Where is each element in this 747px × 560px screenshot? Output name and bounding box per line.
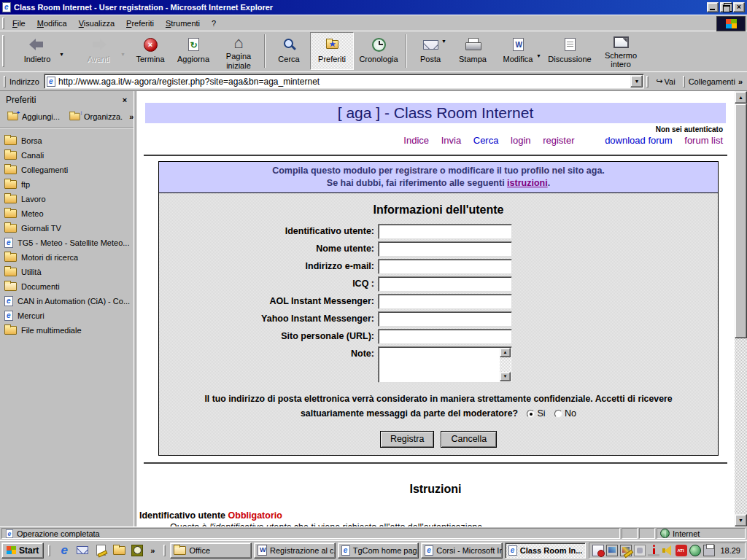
stop-button[interactable]: × Termina — [129, 32, 171, 70]
user-id-input[interactable] — [379, 225, 511, 238]
register-submit-button[interactable]: Registra — [380, 431, 435, 448]
favorite-item[interactable]: CAN in Automation (CiA) - Co... — [4, 294, 132, 308]
back-dropdown-arrow[interactable]: ▼ — [59, 52, 64, 57]
task-button-word[interactable]: Registrazione al c... — [254, 542, 336, 559]
graphics-settings-tray-icon[interactable] — [620, 545, 632, 556]
menu-help[interactable]: ? — [206, 17, 222, 30]
istruzioni-link[interactable]: istruzioni — [507, 178, 548, 188]
user-name-input[interactable] — [379, 242, 511, 256]
microphone-tray-icon[interactable] — [648, 545, 659, 556]
favorite-item[interactable]: Borsa — [4, 133, 132, 148]
home-button[interactable]: Pagina iniziale — [215, 32, 262, 70]
restore-button[interactable] — [720, 2, 732, 12]
favorite-item[interactable]: Canali — [4, 148, 132, 163]
internet-explorer-icon[interactable]: e — [58, 544, 71, 557]
add-favorite-button[interactable]: Aggiungi... — [3, 110, 63, 123]
menu-visualizza[interactable]: Visualizza — [73, 17, 120, 30]
nav-link-indice[interactable]: Indice — [403, 135, 429, 146]
favorite-item[interactable]: File multimediale — [4, 323, 132, 338]
print-button[interactable]: Stampa — [452, 32, 494, 70]
edit-dropdown-arrow[interactable]: ▼ — [536, 53, 541, 58]
addressbar-grip[interactable] — [4, 76, 6, 88]
nav-link-forum-list[interactable]: forum list — [684, 135, 723, 146]
task-scheduler-icon[interactable] — [131, 544, 144, 557]
nav-link-login[interactable]: login — [511, 135, 530, 146]
favorite-item[interactable]: Mercuri — [4, 308, 132, 323]
cancel-reset-button[interactable]: Cancella — [441, 431, 497, 448]
close-button[interactable]: × — [733, 2, 745, 12]
back-button[interactable]: Indietro ▼ — [7, 32, 68, 70]
menu-preferiti[interactable]: Preferiti — [120, 17, 160, 30]
aol-messenger-input[interactable] — [379, 295, 511, 308]
volume-tray-icon[interactable] — [662, 545, 673, 556]
scroll-down-button[interactable]: ▼ — [735, 514, 747, 526]
forward-button[interactable]: Avanti ▼ — [68, 32, 129, 70]
nav-link-register[interactable]: register — [543, 135, 574, 146]
favorite-item[interactable]: Meteo — [4, 206, 132, 221]
website-url-input[interactable] — [379, 330, 511, 343]
textarea-scrollbar[interactable]: ▲ ▼ — [500, 348, 511, 381]
note-textarea[interactable]: ▲ ▼ — [378, 346, 512, 383]
toolbar-grip[interactable] — [2, 35, 4, 67]
scroll-down-button[interactable]: ▼ — [500, 372, 511, 381]
links-toolbar[interactable]: Collegamenti » — [687, 77, 746, 86]
nav-link-invia[interactable]: Invia — [441, 135, 461, 146]
scroll-up-button[interactable]: ▲ — [735, 91, 747, 104]
history-button[interactable]: Cronologia — [354, 32, 403, 70]
organize-favorites-button[interactable]: Organizza. — [65, 110, 126, 123]
mail-dropdown-arrow[interactable]: ▼ — [441, 39, 446, 44]
favorite-item[interactable]: Lavoro — [4, 192, 132, 206]
forward-dropdown-arrow[interactable]: ▼ — [120, 52, 125, 57]
yahoo-messenger-input[interactable] — [379, 312, 511, 326]
print-spooler-tray-icon[interactable] — [703, 545, 715, 556]
consent-no-radio[interactable] — [554, 410, 562, 418]
nav-link-cerca[interactable]: Cerca — [473, 135, 499, 146]
favorites-close-button[interactable]: × — [119, 95, 131, 105]
favorite-item[interactable]: TG5 - Meteo - Satellite Meteo... — [4, 236, 132, 250]
fullscreen-button[interactable]: Schermo intero — [597, 32, 644, 70]
taskbar-grip[interactable] — [163, 545, 166, 556]
mail-button[interactable]: Posta ▼ — [409, 32, 452, 70]
scrollbar-track[interactable] — [735, 338, 747, 514]
network-globe-tray-icon[interactable] — [689, 545, 701, 556]
email-input[interactable] — [379, 260, 511, 273]
favorite-item[interactable]: Motori di ricerca — [4, 250, 132, 265]
go-grip[interactable] — [646, 76, 649, 88]
task-button-office[interactable]: Office — [170, 542, 252, 559]
folder-icon[interactable] — [112, 544, 125, 557]
links-grip[interactable] — [683, 76, 685, 88]
menubar-grip[interactable] — [2, 18, 4, 29]
favorite-item[interactable]: Documenti — [4, 279, 132, 294]
quick-launch-chevron[interactable]: » — [149, 546, 156, 555]
minimize-button[interactable] — [707, 2, 719, 12]
discussion-button[interactable]: Discussione — [542, 32, 597, 70]
address-dropdown-button[interactable]: ▼ — [630, 75, 643, 88]
refresh-button[interactable]: Aggiorna — [171, 32, 215, 70]
favorite-item[interactable]: Utilità — [4, 265, 132, 279]
favorite-item[interactable]: Giornali TV — [4, 221, 132, 236]
edit-button[interactable]: Modifica ▼ — [494, 32, 542, 70]
address-input[interactable] — [58, 76, 627, 88]
menu-modifica[interactable]: Modifica — [31, 17, 73, 30]
scrollbar-thumb[interactable] — [735, 104, 747, 338]
menu-strumenti[interactable]: Strumenti — [160, 17, 206, 30]
search-button[interactable]: Cerca — [268, 32, 310, 70]
ati-tray-icon[interactable] — [676, 545, 687, 556]
favorite-item[interactable]: ftp — [4, 177, 132, 192]
page-scrollbar[interactable]: ▲ ▼ — [735, 91, 747, 526]
outlook-express-icon[interactable] — [76, 544, 89, 557]
scheduler-tray-icon[interactable] — [592, 545, 604, 556]
tablet-tray-icon[interactable] — [634, 545, 646, 556]
scroll-up-button[interactable]: ▲ — [500, 348, 511, 357]
start-button[interactable]: Start — [1, 542, 44, 559]
links-chevron[interactable]: » — [738, 77, 743, 86]
consent-yes-radio[interactable] — [527, 410, 535, 418]
task-button-tgcom[interactable]: TgCom home pag... — [338, 542, 419, 559]
icq-input[interactable] — [379, 277, 511, 291]
desktop-edit-icon[interactable] — [94, 544, 107, 557]
favorites-button[interactable]: Preferiti — [310, 32, 354, 70]
task-button-classroom-active[interactable]: Class Room In... — [505, 542, 587, 559]
taskbar-grip[interactable] — [48, 545, 50, 556]
nav-link-download-forum[interactable]: download forum — [605, 135, 673, 146]
menu-file[interactable]: File — [7, 17, 31, 30]
